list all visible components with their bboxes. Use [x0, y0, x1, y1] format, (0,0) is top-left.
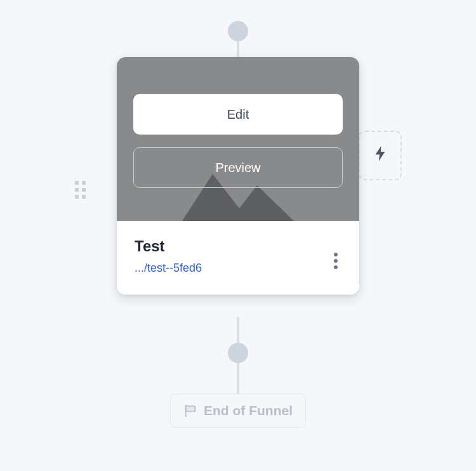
connector-node-bottom[interactable] — [228, 343, 248, 363]
card-body: Test .../test--5fed6 — [117, 221, 359, 295]
card-preview-area: Edit Preview — [117, 57, 359, 221]
connector-node-top[interactable] — [228, 21, 248, 41]
edit-button[interactable]: Edit — [133, 94, 343, 135]
end-of-funnel-label: End of Funnel — [204, 403, 293, 418]
lightning-icon — [374, 146, 386, 165]
step-title: Test — [135, 237, 202, 255]
automation-slot[interactable] — [359, 131, 402, 180]
card-info: Test .../test--5fed6 — [135, 237, 202, 275]
more-options-button[interactable] — [330, 246, 341, 275]
funnel-canvas[interactable]: Edit Preview Test .../test--5fed6 — [0, 0, 476, 471]
preview-button-label: Preview — [215, 161, 260, 175]
preview-button[interactable]: Preview — [133, 147, 343, 188]
edit-button-label: Edit — [227, 107, 249, 122]
funnel-step-card: Edit Preview Test .../test--5fed6 — [117, 57, 359, 295]
flag-icon — [183, 404, 197, 418]
step-url-link[interactable]: .../test--5fed6 — [135, 262, 202, 275]
drag-grip-icon[interactable] — [75, 181, 86, 199]
end-of-funnel-badge: End of Funnel — [170, 394, 306, 428]
